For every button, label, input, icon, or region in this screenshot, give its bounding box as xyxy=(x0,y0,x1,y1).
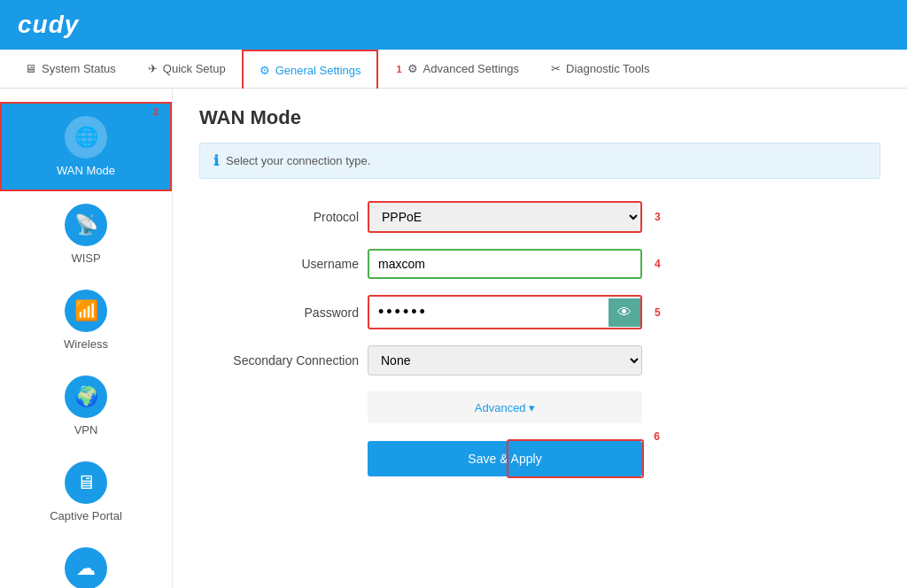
save-button-row: Save & Apply 6 xyxy=(368,441,642,476)
secondary-connection-row: Secondary Connection None Dynamic IP Sta… xyxy=(199,345,880,375)
protocol-step-badge: 3 xyxy=(655,211,661,223)
nav-quick-setup[interactable]: ✈ Quick Setup xyxy=(132,50,242,88)
monitor-icon: 🖥 xyxy=(25,62,36,75)
password-control: 👁 xyxy=(368,295,642,329)
wireless-icon: 📶 xyxy=(65,290,107,332)
main-layout: 2 🌐 WAN Mode 📡 WISP 📶 Wireless 🌍 VPN 🖥 C… xyxy=(0,89,907,588)
plane-icon: ✈ xyxy=(148,62,158,75)
nav-advanced-settings[interactable]: 1 ⚙ Advanced Settings xyxy=(378,50,535,88)
header: cudy xyxy=(0,0,907,50)
protocol-control: PPPoE DHCP Static IP L2TP PPTP xyxy=(368,201,642,233)
tools-icon: ✂ xyxy=(551,62,561,75)
sidebar-item-wisp[interactable]: 📡 WISP xyxy=(0,191,172,277)
wisp-icon: 📡 xyxy=(65,204,107,246)
save-apply-button[interactable]: Save & Apply xyxy=(368,441,642,476)
protocol-row: Protocol PPPoE DHCP Static IP L2TP PPTP … xyxy=(199,201,880,233)
sidebar-item-vpn[interactable]: 🌍 VPN xyxy=(0,363,172,449)
secondary-connection-control: None Dynamic IP Static IP xyxy=(368,345,642,375)
info-icon: ℹ xyxy=(213,152,219,169)
sidebar-item-captive-portal[interactable]: 🖥 Captive Portal xyxy=(0,449,172,535)
advanced-link[interactable]: Advanced ▾ xyxy=(475,401,535,414)
nav: 🖥 System Status ✈ Quick Setup ⚙ General … xyxy=(0,50,907,89)
secondary-connection-label: Secondary Connection xyxy=(199,353,359,368)
toggle-password-button[interactable]: 👁 xyxy=(609,298,640,327)
sidebar-wan-mode-wrapper: 2 🌐 WAN Mode xyxy=(0,102,172,191)
sidebar-item-wan-mode[interactable]: 🌐 WAN Mode xyxy=(0,102,172,191)
sidebar: 2 🌐 WAN Mode 📡 WISP 📶 Wireless 🌍 VPN 🖥 C… xyxy=(0,89,173,588)
password-wrapper: 👁 xyxy=(368,295,642,329)
nav-general-settings[interactable]: ⚙ General Settings xyxy=(242,50,379,89)
protocol-label: Protocol xyxy=(199,210,359,224)
nav-system-status[interactable]: 🖥 System Status xyxy=(9,50,132,88)
captive-portal-icon: 🖥 xyxy=(65,461,107,504)
nav-diagnostic-tools[interactable]: ✂ Diagnostic Tools xyxy=(535,50,665,88)
page-title: WAN Mode xyxy=(199,106,880,129)
gear-icon: ⚙ xyxy=(260,64,270,77)
secondary-connection-select[interactable]: None Dynamic IP Static IP xyxy=(368,345,642,375)
password-input[interactable] xyxy=(369,297,609,328)
protocol-select[interactable]: PPPoE DHCP Static IP L2TP PPTP xyxy=(368,201,642,233)
content-area: WAN Mode ℹ Select your connection type. … xyxy=(173,89,907,588)
sidebar-badge-wan: 2 xyxy=(153,106,159,117)
vpn-icon: 🌍 xyxy=(65,375,107,418)
wan-icon: 🌐 xyxy=(65,116,107,159)
sidebar-item-wireless[interactable]: 📶 Wireless xyxy=(0,277,172,363)
password-label: Password xyxy=(199,306,359,320)
advanced-section: Advanced ▾ xyxy=(368,391,642,423)
firmware-icon: ☁ xyxy=(65,547,107,588)
username-label: Username xyxy=(199,257,359,271)
settings-icon: ⚙ xyxy=(407,62,418,75)
username-control xyxy=(368,249,642,279)
sidebar-item-firmware[interactable]: ☁ Firmware xyxy=(0,535,172,588)
username-step-badge: 4 xyxy=(655,258,661,270)
logo: cudy xyxy=(18,11,79,39)
nav-badge-advanced: 1 xyxy=(396,64,401,74)
info-message: Select your connection type. xyxy=(226,154,370,167)
username-row: Username 4 xyxy=(199,249,880,279)
password-step-badge: 5 xyxy=(655,306,661,319)
username-input[interactable] xyxy=(368,249,642,279)
save-step-badge: 6 xyxy=(654,430,660,443)
password-row: Password 👁 5 xyxy=(199,295,880,329)
info-bar: ℹ Select your connection type. xyxy=(199,143,880,179)
